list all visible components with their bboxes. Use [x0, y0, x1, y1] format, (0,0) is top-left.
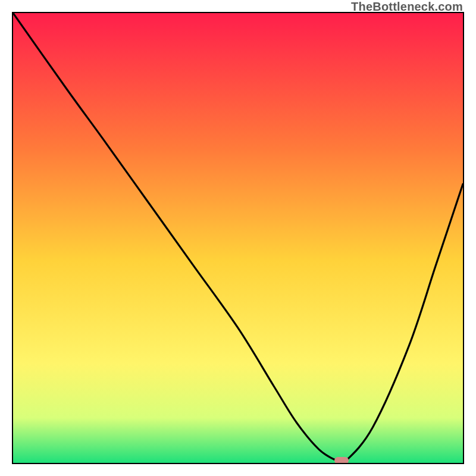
bottleneck-curve-path	[13, 13, 463, 463]
chart-curve-svg	[13, 13, 463, 463]
bottleneck-marker	[334, 457, 349, 464]
chart-frame	[12, 12, 464, 464]
